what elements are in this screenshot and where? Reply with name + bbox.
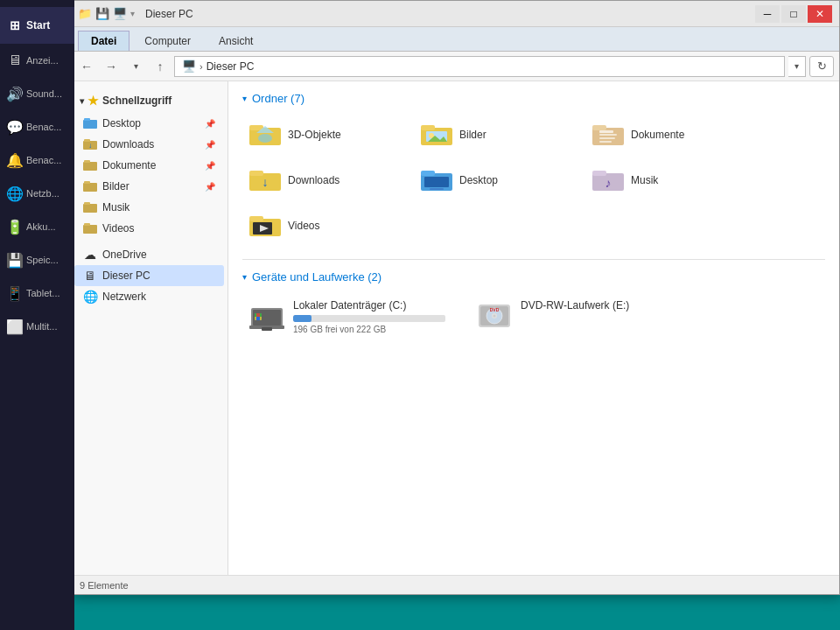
storage-panel-item[interactable]: 💾 Speic... [0, 243, 74, 276]
sound-panel-item[interactable]: 🔊 Sound... [0, 77, 74, 110]
pin-icon-desktop: 📌 [205, 119, 215, 129]
folder-label-desktop: Desktop [459, 174, 498, 186]
drive-c-space: 196 GB frei von 222 GB [293, 325, 445, 334]
svg-rect-11 [83, 225, 97, 234]
folders-section-header[interactable]: ▾ Ordner (7) [242, 92, 825, 105]
forward-button[interactable]: → [101, 56, 122, 77]
network-folder-icon: 🌐 [83, 290, 97, 304]
pin-icon-dokumente: 📌 [205, 161, 215, 171]
network-icon: 🌐 [7, 186, 23, 201]
svg-rect-7 [83, 183, 97, 192]
explorer-window: 📁 💾 🖥️ ▾ Dieser PC ─ □ ✕ Datei Computer … [70, 0, 840, 595]
drive-c-info: Lokaler Datenträger (C:) 196 GB frei von… [293, 299, 445, 334]
minimize-button[interactable]: ─ [755, 5, 780, 23]
sidebar-item-dieser-pc[interactable]: 🖥 Dieser PC [74, 265, 224, 286]
drive-c-name: Lokaler Datenträger (C:) [293, 299, 445, 312]
monitor-icon-title: 🖥️ [113, 7, 127, 20]
sidebar-item-dokumente[interactable]: Dokumente 📌 [74, 155, 224, 176]
save-icon-title: 💾 [95, 7, 109, 20]
sidebar-item-musik[interactable]: Musik [74, 197, 224, 218]
folder-label-dokumente: Dokumente [631, 129, 684, 141]
display-panel-item[interactable]: 🖥 Anzei... [0, 44, 74, 77]
folder-icon-downloads: ↓ [249, 166, 281, 194]
drive-icon-dvd: DVD [477, 299, 512, 334]
display-icon: 🖥 [7, 52, 23, 68]
tab-datei[interactable]: Datei [78, 31, 130, 51]
notifications2-panel-item[interactable]: 🔔 Benac... [0, 144, 74, 177]
title-bar-icons: 📁 💾 🖥️ ▾ [78, 7, 135, 20]
sidebar-item-bilder[interactable]: Bilder 📌 [74, 176, 224, 197]
battery-panel-item[interactable]: 🔋 Akku... [0, 210, 74, 243]
folder-item-downloads[interactable]: ↓ Downloads [242, 161, 400, 200]
folder-item-bilder[interactable]: Bilder [414, 116, 571, 154]
drive-c-bar-fill [293, 315, 312, 322]
system-panel: ⊞ Start 🖥 Anzei... 🔊 Sound... 💬 Benac...… [0, 0, 74, 630]
address-dropdown-button[interactable]: ▾ [788, 56, 806, 77]
folder-label-bilder: Bilder [459, 129, 486, 141]
folder-item-desktop-content[interactable]: Desktop [414, 161, 571, 200]
svg-rect-27 [599, 141, 612, 143]
address-field[interactable]: 🖥️ › Dieser PC [174, 56, 785, 77]
back-button[interactable]: ← [76, 56, 97, 77]
recent-locations-button[interactable]: ▾ [125, 56, 146, 77]
start-button[interactable]: ⊞ Start [0, 7, 74, 44]
svg-rect-39 [249, 216, 263, 221]
svg-rect-32 [421, 171, 435, 176]
up-button[interactable]: ↑ [150, 56, 171, 77]
svg-text:↓: ↓ [262, 175, 269, 189]
drive-item-c[interactable]: Lokaler Datenträger (C:) 196 GB frei von… [242, 294, 452, 340]
onedrive-icon: ☁ [83, 248, 97, 262]
folder-grid: 3D-Objekte Bilder [242, 116, 825, 245]
folder-item-musik[interactable]: ♪ Musik [585, 161, 743, 200]
content-area: ▾ Ordner (7) 3D-Objekte [228, 81, 839, 575]
videos-folder-icon [83, 221, 97, 235]
folder-icon-3d [249, 121, 281, 149]
sidebar-item-desktop[interactable]: Desktop 📌 [74, 113, 224, 134]
svg-point-57 [494, 315, 496, 318]
svg-point-16 [258, 134, 272, 143]
pin-icon-downloads: 📌 [205, 140, 215, 150]
sound-icon: 🔊 [7, 86, 23, 102]
folder-icon-bilder [421, 121, 452, 149]
ribbon-tabs: Datei Computer Ansicht [71, 27, 839, 52]
sidebar-item-downloads[interactable]: ↓ Downloads 📌 [74, 134, 224, 155]
drive-item-dvd[interactable]: DVD DVD-RW-Laufwerk (E:) [470, 294, 680, 340]
tab-computer[interactable]: Computer [131, 31, 204, 51]
sidebar-item-onedrive[interactable]: ☁ OneDrive [74, 244, 224, 265]
folder-item-3d[interactable]: 3D-Objekte [242, 116, 400, 154]
storage-icon: 💾 [7, 252, 23, 268]
folder-item-videos[interactable]: Videos [242, 206, 400, 245]
status-text: 9 Elemente [80, 580, 129, 591]
folder-label-musik: Musik [631, 174, 658, 186]
drives-grid: Lokaler Datenträger (C:) 196 GB frei von… [242, 294, 825, 340]
svg-rect-45 [262, 327, 272, 331]
address-separator: › [200, 61, 203, 72]
folders-section-label: Ordner (7) [252, 92, 304, 105]
folder-icon-videos [249, 212, 281, 240]
tab-ansicht[interactable]: Ansicht [206, 31, 266, 51]
sidebar-item-netzwerk[interactable]: 🌐 Netzwerk [74, 286, 224, 307]
schnellzugriff-label: Schnellzugriff [102, 94, 172, 107]
tablet-icon: 📱 [7, 285, 23, 301]
notifications-panel-item[interactable]: 💬 Benac... [0, 110, 74, 144]
sidebar-item-videos[interactable]: Videos [74, 218, 224, 239]
svg-rect-18 [421, 125, 435, 130]
svg-rect-9 [83, 204, 97, 213]
refresh-button[interactable]: ↻ [809, 56, 834, 77]
maximize-button[interactable]: □ [781, 5, 806, 23]
network-panel-item[interactable]: 🌐 Netzb... [0, 177, 74, 210]
tablet-panel-item[interactable]: 📱 Tablet... [0, 276, 74, 310]
svg-rect-23 [592, 125, 606, 130]
folder-item-dokumente[interactable]: Dokumente [585, 116, 743, 154]
svg-rect-34 [430, 188, 444, 190]
multitasking-panel-item[interactable]: ⬜ Multit... [0, 310, 74, 343]
folder-label-videos: Videos [288, 220, 319, 232]
folder-label-3d: 3D-Objekte [288, 129, 341, 141]
svg-rect-24 [599, 130, 613, 133]
sidebar: ▾ ★ Schnellzugriff Desktop 📌 ↓ Downloads… [71, 81, 228, 575]
schnellzugriff-header[interactable]: ▾ ★ Schnellzugriff [71, 88, 228, 113]
downloads-folder-icon: ↓ [83, 137, 97, 151]
close-button[interactable]: ✕ [808, 5, 832, 23]
svg-rect-26 [599, 137, 615, 139]
drives-section-header[interactable]: ▾ Geräte und Laufwerke (2) [242, 270, 825, 284]
